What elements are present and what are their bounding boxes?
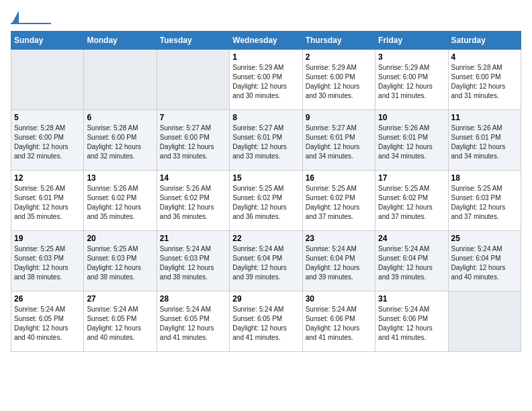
day-number: 11 — [451, 113, 518, 122]
day-info: Sunrise: 5:24 AM Sunset: 6:05 PM Dayligh… — [87, 305, 153, 342]
day-number: 31 — [378, 294, 445, 304]
calendar-cell: 26Sunrise: 5:24 AM Sunset: 6:05 PM Dayli… — [11, 291, 84, 352]
calendar-cell — [448, 291, 521, 352]
day-number: 7 — [160, 113, 226, 122]
calendar-cell: 5Sunrise: 5:28 AM Sunset: 6:00 PM Daylig… — [11, 110, 84, 171]
weekday-header: Saturday — [448, 32, 521, 50]
calendar-week-row: 5Sunrise: 5:28 AM Sunset: 6:00 PM Daylig… — [11, 110, 521, 171]
day-number: 21 — [160, 234, 226, 243]
calendar-cell — [84, 50, 157, 110]
day-info: Sunrise: 5:28 AM Sunset: 6:00 PM Dayligh… — [14, 124, 81, 161]
day-number: 9 — [306, 113, 372, 122]
day-number: 15 — [232, 173, 299, 183]
day-info: Sunrise: 5:25 AM Sunset: 6:03 PM Dayligh… — [14, 244, 81, 282]
day-info: Sunrise: 5:29 AM Sunset: 6:00 PM Dayligh… — [232, 63, 299, 101]
day-info: Sunrise: 5:26 AM Sunset: 6:02 PM Dayligh… — [87, 184, 153, 222]
day-number: 1 — [232, 52, 299, 62]
calendar-week-row: 1Sunrise: 5:29 AM Sunset: 6:00 PM Daylig… — [11, 50, 521, 110]
calendar-cell: 10Sunrise: 5:26 AM Sunset: 6:01 PM Dayli… — [375, 110, 448, 171]
day-info: Sunrise: 5:24 AM Sunset: 6:05 PM Dayligh… — [160, 305, 226, 342]
day-info: Sunrise: 5:25 AM Sunset: 6:02 PM Dayligh… — [232, 184, 299, 222]
header — [11, 11, 521, 24]
day-info: Sunrise: 5:26 AM Sunset: 6:01 PM Dayligh… — [14, 184, 81, 222]
day-number: 2 — [306, 52, 372, 62]
day-number: 28 — [160, 294, 226, 304]
day-number: 4 — [451, 52, 518, 62]
calendar-cell: 21Sunrise: 5:24 AM Sunset: 6:03 PM Dayli… — [157, 231, 229, 291]
calendar-cell: 3Sunrise: 5:29 AM Sunset: 6:00 PM Daylig… — [375, 50, 448, 110]
day-info: Sunrise: 5:27 AM Sunset: 6:00 PM Dayligh… — [160, 124, 226, 161]
calendar-cell: 23Sunrise: 5:24 AM Sunset: 6:04 PM Dayli… — [302, 231, 375, 291]
day-info: Sunrise: 5:29 AM Sunset: 6:00 PM Dayligh… — [306, 63, 372, 101]
weekday-header: Tuesday — [157, 32, 229, 50]
day-number: 24 — [378, 234, 445, 243]
day-info: Sunrise: 5:24 AM Sunset: 6:06 PM Dayligh… — [378, 305, 445, 342]
day-number: 19 — [14, 234, 81, 243]
calendar-week-row: 19Sunrise: 5:25 AM Sunset: 6:03 PM Dayli… — [11, 231, 521, 291]
logo-underline — [11, 23, 51, 24]
calendar-cell: 29Sunrise: 5:24 AM Sunset: 6:05 PM Dayli… — [230, 291, 302, 352]
day-info: Sunrise: 5:24 AM Sunset: 6:04 PM Dayligh… — [306, 244, 372, 282]
calendar-cell: 28Sunrise: 5:24 AM Sunset: 6:05 PM Dayli… — [157, 291, 229, 352]
day-number: 25 — [451, 234, 518, 243]
day-number: 17 — [378, 173, 445, 183]
day-info: Sunrise: 5:26 AM Sunset: 6:01 PM Dayligh… — [451, 124, 518, 161]
day-info: Sunrise: 5:29 AM Sunset: 6:00 PM Dayligh… — [378, 63, 445, 101]
day-info: Sunrise: 5:24 AM Sunset: 6:03 PM Dayligh… — [160, 244, 226, 282]
day-number: 20 — [87, 234, 153, 243]
day-number: 3 — [378, 52, 445, 62]
calendar-cell: 8Sunrise: 5:27 AM Sunset: 6:01 PM Daylig… — [230, 110, 302, 171]
weekday-header: Friday — [375, 32, 448, 50]
day-number: 8 — [232, 113, 299, 122]
day-info: Sunrise: 5:27 AM Sunset: 6:01 PM Dayligh… — [232, 124, 299, 161]
day-number: 12 — [14, 173, 81, 183]
calendar-cell — [11, 50, 84, 110]
day-number: 29 — [232, 294, 299, 304]
day-number: 5 — [14, 113, 81, 122]
calendar-cell: 31Sunrise: 5:24 AM Sunset: 6:06 PM Dayli… — [375, 291, 448, 352]
calendar-cell: 15Sunrise: 5:25 AM Sunset: 6:02 PM Dayli… — [230, 171, 302, 231]
calendar-cell: 18Sunrise: 5:25 AM Sunset: 6:03 PM Dayli… — [448, 171, 521, 231]
calendar-header-row: SundayMondayTuesdayWednesdayThursdayFrid… — [11, 32, 521, 50]
day-info: Sunrise: 5:25 AM Sunset: 6:02 PM Dayligh… — [306, 184, 372, 222]
calendar-table: SundayMondayTuesdayWednesdayThursdayFrid… — [11, 31, 521, 352]
calendar-cell: 19Sunrise: 5:25 AM Sunset: 6:03 PM Dayli… — [11, 231, 84, 291]
calendar-cell — [157, 50, 229, 110]
calendar-cell: 27Sunrise: 5:24 AM Sunset: 6:05 PM Dayli… — [84, 291, 157, 352]
day-number: 13 — [87, 173, 153, 183]
calendar-cell: 24Sunrise: 5:24 AM Sunset: 6:04 PM Dayli… — [375, 231, 448, 291]
day-info: Sunrise: 5:24 AM Sunset: 6:04 PM Dayligh… — [451, 244, 518, 282]
calendar-cell: 30Sunrise: 5:24 AM Sunset: 6:06 PM Dayli… — [302, 291, 375, 352]
calendar-cell: 22Sunrise: 5:24 AM Sunset: 6:04 PM Dayli… — [230, 231, 302, 291]
day-number: 10 — [378, 113, 445, 122]
weekday-header: Wednesday — [230, 32, 302, 50]
day-number: 18 — [451, 173, 518, 183]
calendar-cell: 1Sunrise: 5:29 AM Sunset: 6:00 PM Daylig… — [230, 50, 302, 110]
calendar-cell: 11Sunrise: 5:26 AM Sunset: 6:01 PM Dayli… — [448, 110, 521, 171]
calendar-cell: 20Sunrise: 5:25 AM Sunset: 6:03 PM Dayli… — [84, 231, 157, 291]
calendar-cell: 14Sunrise: 5:26 AM Sunset: 6:02 PM Dayli… — [157, 171, 229, 231]
day-number: 16 — [306, 173, 372, 183]
calendar-cell: 25Sunrise: 5:24 AM Sunset: 6:04 PM Dayli… — [448, 231, 521, 291]
calendar-week-row: 26Sunrise: 5:24 AM Sunset: 6:05 PM Dayli… — [11, 291, 521, 352]
day-number: 23 — [306, 234, 372, 243]
day-info: Sunrise: 5:24 AM Sunset: 6:05 PM Dayligh… — [14, 305, 81, 342]
calendar-cell: 13Sunrise: 5:26 AM Sunset: 6:02 PM Dayli… — [84, 171, 157, 231]
calendar-week-row: 12Sunrise: 5:26 AM Sunset: 6:01 PM Dayli… — [11, 171, 521, 231]
calendar-cell: 6Sunrise: 5:28 AM Sunset: 6:00 PM Daylig… — [84, 110, 157, 171]
day-info: Sunrise: 5:24 AM Sunset: 6:04 PM Dayligh… — [378, 244, 445, 282]
calendar-cell: 7Sunrise: 5:27 AM Sunset: 6:00 PM Daylig… — [157, 110, 229, 171]
logo — [11, 11, 51, 24]
day-info: Sunrise: 5:26 AM Sunset: 6:02 PM Dayligh… — [160, 184, 226, 222]
day-info: Sunrise: 5:25 AM Sunset: 6:03 PM Dayligh… — [451, 184, 518, 222]
day-info: Sunrise: 5:28 AM Sunset: 6:00 PM Dayligh… — [451, 63, 518, 101]
day-number: 22 — [232, 234, 299, 243]
day-number: 30 — [306, 294, 372, 304]
calendar-cell: 17Sunrise: 5:25 AM Sunset: 6:02 PM Dayli… — [375, 171, 448, 231]
day-number: 27 — [87, 294, 153, 304]
calendar-cell: 16Sunrise: 5:25 AM Sunset: 6:02 PM Dayli… — [302, 171, 375, 231]
day-info: Sunrise: 5:27 AM Sunset: 6:01 PM Dayligh… — [306, 124, 372, 161]
day-number: 14 — [160, 173, 226, 183]
day-number: 6 — [87, 113, 153, 122]
logo-triangle-icon — [12, 11, 19, 23]
